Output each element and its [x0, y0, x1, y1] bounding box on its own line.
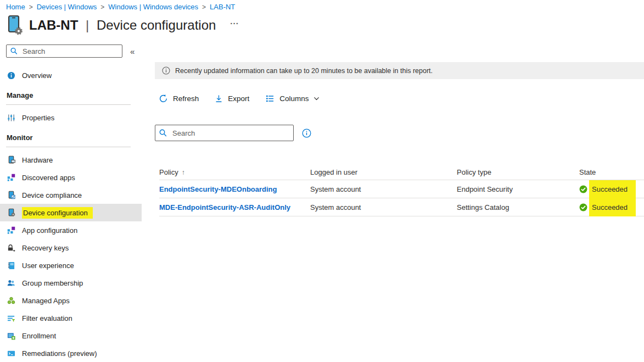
policies-table: Policy ↑ Logged in user Policy type Stat… [155, 165, 644, 216]
refresh-button[interactable]: Refresh [159, 94, 199, 103]
column-header-policy-type[interactable]: Policy type [457, 168, 579, 176]
table-row: EndpointSecurity-MDEOnboarding System ac… [159, 180, 644, 198]
sidebar-section-manage: Manage [0, 84, 142, 99]
table-search-input[interactable] [155, 125, 294, 141]
breadcrumb-separator: > [202, 3, 206, 11]
breadcrumb-link-lab-nt[interactable]: LAB-NT [210, 3, 235, 11]
success-check-icon [579, 203, 587, 211]
notebook-icon [7, 261, 15, 270]
sidebar-item-remediations[interactable]: Remediations (preview) [0, 344, 142, 362]
content-layout: « Overview Manage Properties Monitor [0, 44, 644, 362]
page-title: LAB-NT | Device configuration [29, 18, 216, 33]
sidebar-item-device-configuration[interactable]: Device configuration [0, 204, 142, 221]
sidebar-item-device-compliance[interactable]: Device compliance [0, 186, 142, 204]
chevron-down-icon [313, 95, 320, 102]
state-cell: Succeeded [579, 198, 644, 216]
sidebar-item-overview[interactable]: Overview [0, 66, 142, 84]
toolbar: Refresh Export Columns [155, 94, 644, 103]
info-icon [162, 66, 170, 75]
sidebar: « Overview Manage Properties Monitor [0, 44, 142, 362]
columns-list-icon [265, 94, 275, 103]
logged-in-user-cell: System account [310, 180, 457, 198]
policy-link[interactable]: MDE-EndpointSecurity-ASR-AuditOnly [159, 203, 290, 211]
column-header-state[interactable]: State [579, 168, 644, 176]
breadcrumb-separator: > [29, 3, 33, 11]
filter-lines-icon [7, 314, 15, 322]
search-icon [10, 47, 18, 55]
device-check-icon [7, 191, 15, 199]
state-label-highlighted: Succeeded [589, 198, 636, 216]
apps-grid-icon [7, 173, 15, 182]
columns-button[interactable]: Columns [265, 94, 320, 103]
apps-grid-icon [7, 226, 15, 235]
state-label-highlighted: Succeeded [589, 180, 636, 198]
column-header-policy[interactable]: Policy ↑ [159, 168, 310, 176]
success-check-icon [579, 185, 587, 193]
policy-type-cell: Endpoint Security [457, 180, 579, 198]
page-title-device-name: LAB-NT [29, 18, 78, 32]
people-icon [7, 279, 15, 287]
info-filled-icon [7, 71, 15, 80]
device-gear-icon [7, 208, 15, 217]
sidebar-item-properties[interactable]: Properties [0, 109, 142, 126]
refresh-icon [159, 94, 168, 103]
table-header-row: Policy ↑ Logged in user Policy type Stat… [159, 165, 644, 180]
sidebar-item-recovery-keys[interactable]: Recovery keys [0, 239, 142, 257]
green-cluster-icon [7, 296, 15, 305]
enrollment-icon [7, 331, 15, 340]
table-search-row [155, 125, 644, 141]
sidebar-item-user-experience[interactable]: User experience [0, 257, 142, 274]
info-banner: Recently updated information can take up… [155, 62, 644, 79]
breadcrumb: Home>Devices | Windows>Windows | Windows… [0, 0, 644, 11]
lock-arrow-icon [7, 243, 15, 252]
page-title-divider: | [86, 18, 89, 32]
sidebar-search-input[interactable] [6, 44, 122, 58]
sidebar-item-group-membership[interactable]: Group membership [0, 274, 142, 292]
divider [6, 147, 131, 147]
table-row: MDE-EndpointSecurity-ASR-AuditOnly Syste… [159, 198, 644, 216]
mobile-device-gear-icon [4, 14, 24, 36]
logged-in-user-cell: System account [310, 198, 457, 216]
breadcrumb-link-windows-devices[interactable]: Windows | Windows devices [108, 3, 198, 11]
policy-link[interactable]: EndpointSecurity-MDEOnboarding [159, 185, 277, 193]
device-monitor-icon [7, 155, 15, 164]
page-header: LAB-NT | Device configuration ... [4, 14, 644, 36]
export-button[interactable]: Export [215, 94, 249, 103]
page-title-section: Device configuration [97, 18, 216, 32]
state-cell: Succeeded [579, 180, 644, 198]
collapse-sidebar-button[interactable]: « [130, 47, 135, 56]
sidebar-item-app-configuration[interactable]: App configuration [0, 221, 142, 239]
breadcrumb-link-devices-windows[interactable]: Devices | Windows [37, 3, 97, 11]
sidebar-item-hardware[interactable]: Hardware [0, 151, 142, 169]
sliders-icon [7, 113, 15, 122]
breadcrumb-link-home[interactable]: Home [6, 3, 25, 11]
terminal-icon [7, 349, 15, 358]
download-icon [215, 94, 223, 103]
main-content: Recently updated information can take up… [142, 44, 644, 216]
sidebar-section-monitor: Monitor [0, 126, 142, 142]
search-icon [159, 129, 167, 137]
info-tooltip-icon[interactable] [302, 129, 311, 138]
sidebar-item-filter-evaluation[interactable]: Filter evaluation [0, 309, 142, 327]
info-banner-text: Recently updated information can take up… [175, 67, 433, 75]
sidebar-item-enrollment[interactable]: Enrollment [0, 327, 142, 344]
breadcrumb-separator: > [100, 3, 104, 11]
policy-type-cell: Settings Catalog [457, 198, 579, 216]
more-options-button[interactable]: ... [230, 16, 239, 26]
sidebar-item-managed-apps[interactable]: Managed Apps [0, 292, 142, 309]
column-header-logged-in-user[interactable]: Logged in user [310, 168, 457, 176]
sidebar-item-discovered-apps[interactable]: Discovered apps [0, 169, 142, 186]
divider [6, 104, 131, 105]
sort-ascending-icon: ↑ [182, 169, 185, 176]
